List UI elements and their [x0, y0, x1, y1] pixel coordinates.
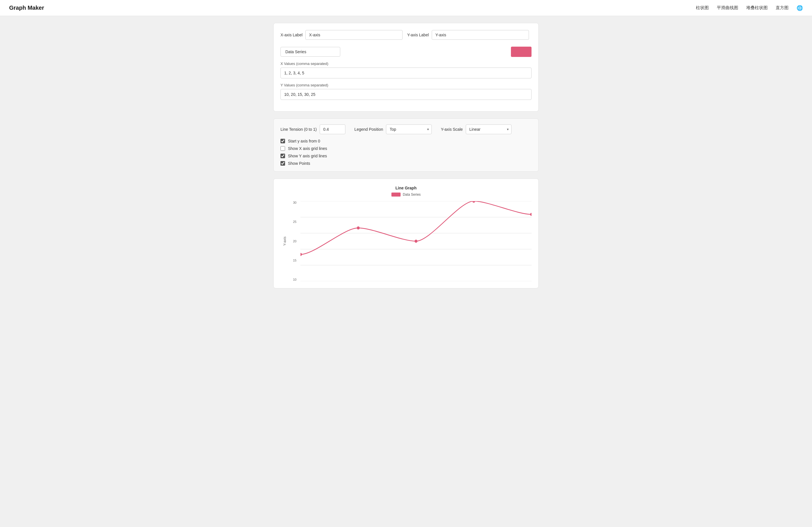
axis-row: X-axis Label Y-axis Label: [280, 30, 532, 40]
checkbox-start-zero-label: Start y axis from 0: [288, 139, 320, 143]
yaxis-label-text: Y-axis Label: [407, 33, 429, 37]
yvalues-input[interactable]: [280, 89, 532, 100]
chart-svg: [301, 201, 532, 281]
nav-smooth-chart[interactable]: 平滑曲线图: [717, 5, 738, 11]
ytick-30: 30: [293, 201, 296, 204]
xvalues-group: X Values (comma separated): [280, 61, 532, 79]
color-swatch[interactable]: [511, 47, 532, 57]
legend-position-wrapper: Top Bottom Left Right None: [386, 125, 432, 134]
checkbox-show-points-input[interactable]: [280, 161, 285, 166]
options-top: Line Tension (0 to 1) Legend Position To…: [280, 125, 532, 134]
checkbox-start-zero-input[interactable]: [280, 139, 285, 143]
nav-stacked-chart[interactable]: 堆叠柱状图: [746, 5, 768, 11]
options-row: Line Tension (0 to 1) Legend Position To…: [273, 118, 539, 172]
yaxis-scale-wrapper: Linear Logarithmic: [466, 125, 511, 134]
main-nav: 柱状图 平滑曲线图 堆叠柱状图 直方图 🌐: [696, 5, 803, 11]
main-content: X-axis Label Y-axis Label X Values (comm…: [269, 16, 543, 295]
chart-title: Line Graph: [280, 186, 532, 190]
checkbox-x-grid: Show X axis grid lines: [280, 146, 532, 151]
yvalues-label: Y Values (comma separated): [280, 83, 532, 87]
checkbox-show-points-label: Show Points: [288, 161, 310, 166]
yaxis-scale-select[interactable]: Linear Logarithmic: [466, 125, 511, 134]
chart-point-5: [530, 213, 532, 216]
legend-swatch: [391, 193, 401, 197]
checkbox-start-zero: Start y axis from 0: [280, 139, 532, 143]
xvalues-label: X Values (comma separated): [280, 61, 532, 66]
checkboxes-section: Start y axis from 0 Show X axis grid lin…: [280, 139, 532, 166]
ytick-25: 25: [293, 220, 296, 224]
legend-label: Data Series: [403, 193, 421, 197]
chart-legend: Data Series: [280, 193, 532, 197]
xaxis-group: X-axis Label: [280, 30, 403, 40]
data-series-section: X Values (comma separated) Y Values (com…: [280, 47, 532, 100]
chart-point-4: [472, 201, 475, 202]
checkbox-show-points: Show Points: [280, 161, 532, 166]
legend-position-group: Legend Position Top Bottom Left Right No…: [354, 125, 432, 134]
ytick-10: 10: [293, 278, 296, 281]
chart-inner: 30 25 20 15 10: [287, 201, 532, 281]
chart-point-1: [301, 253, 302, 256]
data-series-header: [280, 47, 532, 57]
xaxis-input[interactable]: [305, 30, 403, 40]
checkbox-x-grid-input[interactable]: [280, 146, 285, 151]
chart-line: [301, 201, 532, 254]
data-series-name-input[interactable]: [280, 47, 340, 57]
ytick-15: 15: [293, 259, 296, 262]
chart-point-2: [357, 226, 360, 229]
app-header: Graph Maker 柱状图 平滑曲线图 堆叠柱状图 直方图 🌐: [0, 0, 812, 16]
y-ticks: 30 25 20 15 10: [287, 201, 298, 281]
checkbox-x-grid-label: Show X axis grid lines: [288, 146, 327, 151]
chart-container: Y-axis 30 25 20 15 10: [280, 201, 532, 281]
tension-input[interactable]: [320, 125, 345, 134]
chart-plot: [301, 201, 532, 281]
yaxis-input[interactable]: [432, 30, 529, 40]
tension-group: Line Tension (0 to 1): [280, 125, 345, 134]
app-title: Graph Maker: [9, 4, 44, 11]
xaxis-label-text: X-axis Label: [280, 33, 303, 37]
ytick-20: 20: [293, 240, 296, 243]
y-axis-label: Y-axis: [280, 201, 287, 281]
chart-point-3: [415, 240, 418, 243]
globe-icon[interactable]: 🌐: [797, 5, 803, 11]
yaxis-scale-group: Y-axis Scale Linear Logarithmic: [441, 125, 511, 134]
legend-position-label: Legend Position: [354, 127, 383, 132]
nav-bar-chart[interactable]: 柱状图: [696, 5, 709, 11]
tension-label: Line Tension (0 to 1): [280, 127, 317, 132]
xvalues-input[interactable]: [280, 68, 532, 79]
checkbox-y-grid-label: Show Y axis grid lines: [288, 154, 327, 158]
yaxis-scale-label: Y-axis Scale: [441, 127, 463, 132]
nav-histogram-chart[interactable]: 直方图: [776, 5, 788, 11]
checkbox-y-grid: Show Y axis grid lines: [280, 154, 532, 158]
axis-labels-card: X-axis Label Y-axis Label X Values (comm…: [273, 23, 539, 112]
yaxis-group: Y-axis Label: [407, 30, 529, 40]
checkbox-y-grid-input[interactable]: [280, 154, 285, 158]
legend-position-select[interactable]: Top Bottom Left Right None: [386, 125, 432, 134]
yvalues-group: Y Values (comma separated): [280, 83, 532, 100]
chart-area: Line Graph Data Series Y-axis 30 25 20 1…: [273, 179, 539, 288]
